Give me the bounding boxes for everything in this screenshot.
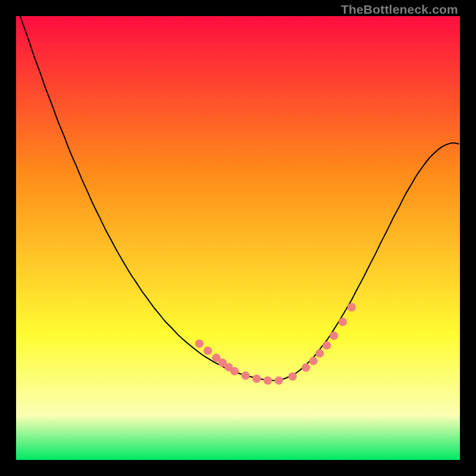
marker-dot: [252, 374, 261, 383]
marker-dot: [330, 331, 338, 340]
marker-dot: [195, 339, 203, 347]
chart-stage: TheBottleneck.com: [0, 0, 476, 476]
marker-dot: [309, 357, 318, 365]
marker-dot: [264, 376, 272, 384]
marker-dot: [339, 318, 347, 326]
plot-area: [16, 16, 460, 460]
marker-dot: [275, 376, 283, 384]
chart-svg: [16, 16, 460, 460]
marker-dot: [230, 367, 239, 375]
watermark-text: TheBottleneck.com: [341, 2, 458, 17]
marker-dot: [289, 372, 297, 381]
marker-dot: [315, 349, 324, 358]
marker-dot: [347, 303, 356, 311]
gradient-background: [16, 16, 460, 460]
marker-dot: [203, 346, 212, 355]
marker-dot: [242, 371, 250, 380]
marker-dot: [322, 341, 331, 349]
marker-dot: [302, 364, 310, 372]
